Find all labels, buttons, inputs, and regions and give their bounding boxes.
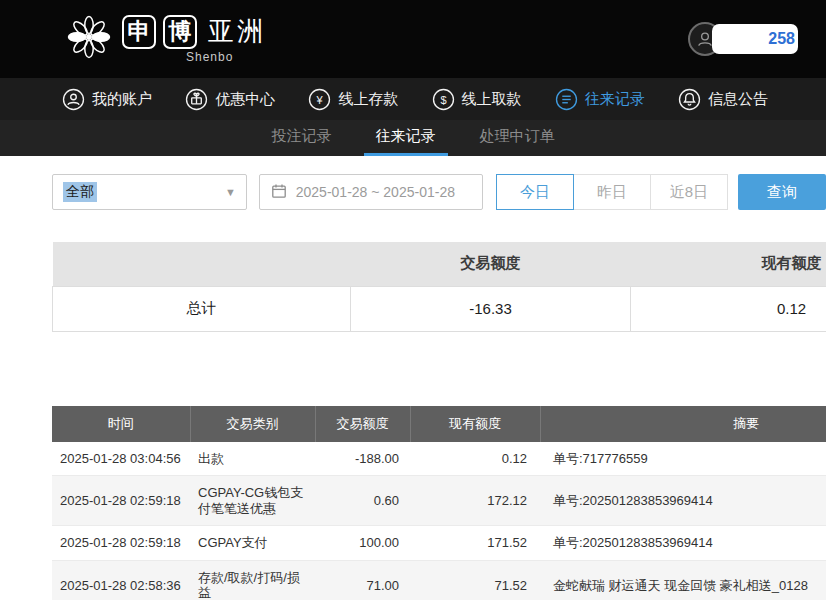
cell-time: 2025-01-28 02:58:36 [52, 560, 190, 600]
brand-logo[interactable]: 申 博 亚洲 Shenbo [66, 14, 266, 64]
account-number: 258 [768, 30, 795, 48]
account-blur: 258 [712, 24, 798, 54]
table-row: 2025-01-28 03:04:56 出款 -188.00 0.12 单号:7… [52, 442, 826, 476]
nav-label: 往来记录 [585, 90, 645, 109]
records-table: 时间 交易类别 交易额度 现有额度 摘要 2025-01-28 03:04:56… [52, 406, 826, 600]
dropdown-value: 全部 [63, 182, 97, 202]
logo-box-bo: 博 [163, 15, 197, 49]
gift-icon [185, 88, 208, 111]
user-icon [62, 88, 85, 111]
cell-balance: 172.12 [410, 476, 540, 526]
cell-amount: -188.00 [315, 442, 410, 476]
cell-type: CGPAY支付 [190, 526, 315, 561]
svg-text:$: $ [440, 93, 446, 105]
cell-balance: 171.52 [410, 526, 540, 561]
summary-col-balance: 现有额度 [631, 242, 826, 286]
nav-label: 优惠中心 [215, 90, 275, 109]
col-type: 交易类别 [190, 406, 315, 442]
table-row: 2025-01-28 02:59:18 CGPAY-CG钱包支付笔笔送优惠 0.… [52, 476, 826, 526]
nav-item-my-account[interactable]: 我的账户 [62, 88, 152, 111]
summary-col-empty [53, 242, 351, 286]
date-range-input[interactable]: 2025-01-28 ~ 2025-01-28 [259, 174, 483, 210]
table-row: 2025-01-28 02:58:36 存款/取款/打码/损益 71.00 71… [52, 560, 826, 600]
nav-item-online-deposit[interactable]: ¥ 线上存款 [308, 88, 398, 111]
header-bar: 申 博 亚洲 Shenbo 258 [0, 0, 826, 78]
records-icon [555, 88, 578, 111]
summary-table: 交易额度 现有额度 总计 -16.33 0.12 [52, 242, 826, 332]
tab-transaction-records[interactable]: 往来记录 [364, 120, 448, 156]
cell-time: 2025-01-28 02:59:18 [52, 476, 190, 526]
quick-filter-yesterday[interactable]: 昨日 [573, 174, 651, 210]
nav-label: 线上存款 [338, 90, 398, 109]
col-balance: 现有额度 [410, 406, 540, 442]
nav-label: 信息公告 [708, 90, 768, 109]
filter-bar: 全部 ▼ 2025-01-28 ~ 2025-01-28 今日 昨日 近8日 查… [52, 174, 826, 210]
cell-amount: 100.00 [315, 526, 410, 561]
summary-row: 总计 -16.33 0.12 [53, 286, 826, 331]
cell-amount: 71.00 [315, 560, 410, 600]
nav-item-transaction-records[interactable]: 往来记录 [555, 88, 645, 111]
summary-col-amount: 交易额度 [351, 242, 631, 286]
cell-type: CGPAY-CG钱包支付笔笔送优惠 [190, 476, 315, 526]
subnav-tabs: 投注记录 往来记录 处理中订单 [0, 120, 826, 156]
svg-text:¥: ¥ [316, 93, 324, 105]
nav-label: 我的账户 [92, 90, 152, 109]
nav-label: 线上取款 [462, 90, 522, 109]
cell-type: 出款 [190, 442, 315, 476]
col-summary: 摘要 [540, 406, 826, 442]
calendar-icon [271, 183, 287, 202]
cell-time: 2025-01-28 03:04:56 [52, 442, 190, 476]
cell-summary: 单号:717776559 [540, 442, 826, 476]
quick-filter-today[interactable]: 今日 [496, 174, 574, 210]
nav-item-online-withdrawal[interactable]: $ 线上取款 [432, 88, 522, 111]
logo-subtitle: Shenbo [186, 50, 266, 64]
tab-processing-orders[interactable]: 处理中订单 [468, 120, 567, 156]
account-area[interactable]: 258 [688, 22, 798, 56]
cell-summary: 金蛇献瑞 财运通天 现金回馈 豪礼相送_0128 [540, 560, 826, 600]
quick-filter-group: 今日 昨日 近8日 [497, 174, 728, 210]
cell-balance: 71.52 [410, 560, 540, 600]
quick-filter-last8days[interactable]: 近8日 [650, 174, 728, 210]
logo-region: 亚洲 [208, 14, 266, 49]
flower-icon [66, 14, 112, 64]
cell-balance: 0.12 [410, 442, 540, 476]
summary-total-amount: -16.33 [351, 286, 631, 331]
cell-time: 2025-01-28 02:59:18 [52, 526, 190, 561]
deposit-icon: ¥ [308, 88, 331, 111]
col-time: 时间 [52, 406, 190, 442]
tab-bet-records[interactable]: 投注记录 [260, 120, 344, 156]
content-area: 全部 ▼ 2025-01-28 ~ 2025-01-28 今日 昨日 近8日 查… [0, 156, 826, 600]
search-button[interactable]: 查询 [738, 174, 826, 210]
nav-item-announcements[interactable]: 信息公告 [678, 88, 768, 111]
date-range-value: 2025-01-28 ~ 2025-01-28 [296, 184, 455, 200]
col-amount: 交易额度 [315, 406, 410, 442]
cell-summary: 单号:202501283853969414 [540, 476, 826, 526]
table-row: 2025-01-28 02:59:18 CGPAY支付 100.00 171.5… [52, 526, 826, 561]
bell-icon [678, 88, 701, 111]
chevron-down-icon: ▼ [225, 186, 236, 198]
summary-total-label: 总计 [53, 286, 351, 331]
type-dropdown[interactable]: 全部 ▼ [52, 174, 247, 210]
withdraw-icon: $ [432, 88, 455, 111]
logo-box-shen: 申 [122, 15, 156, 49]
cell-summary: 单号:202501283853969414 [540, 526, 826, 561]
summary-total-balance: 0.12 [631, 286, 826, 331]
nav-bar: 我的账户 优惠中心 ¥ 线上存款 $ 线上取款 [0, 78, 826, 120]
records-header-row: 时间 交易类别 交易额度 现有额度 摘要 [52, 406, 826, 442]
nav-item-promotions[interactable]: 优惠中心 [185, 88, 275, 111]
cell-amount: 0.60 [315, 476, 410, 526]
cell-type: 存款/取款/打码/损益 [190, 560, 315, 600]
